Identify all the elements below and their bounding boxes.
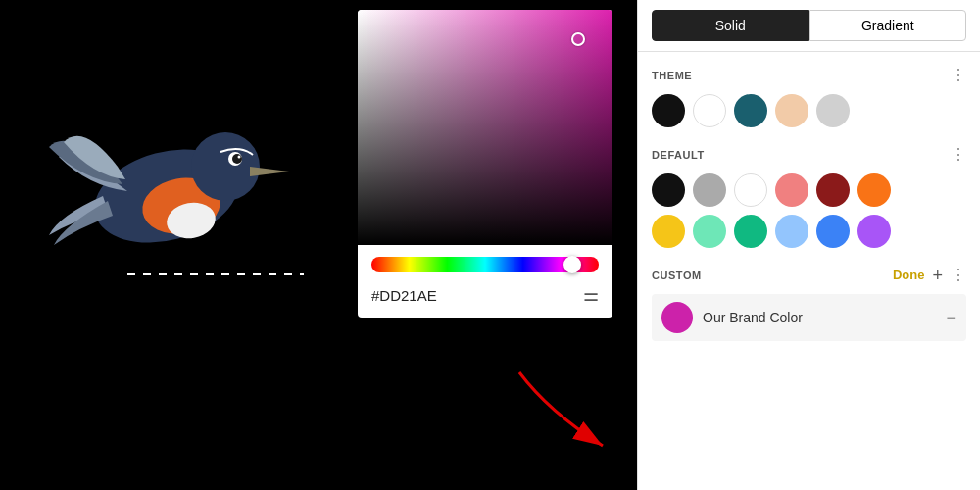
add-custom-button[interactable]: + xyxy=(932,267,943,284)
theme-header: THEME ⋮ xyxy=(652,66,966,84)
custom-more-icon[interactable]: ⋮ xyxy=(951,266,966,284)
theme-swatches xyxy=(652,94,966,127)
svg-point-3 xyxy=(191,132,260,201)
swatch-pink-default[interactable] xyxy=(775,173,808,207)
hue-slider-container xyxy=(358,245,612,276)
picker-cursor[interactable] xyxy=(571,32,585,46)
remove-custom-button[interactable]: − xyxy=(946,309,956,326)
panel-content: THEME ⋮ DEFAULT ⋮ xyxy=(638,52,980,490)
bird-illustration xyxy=(29,78,304,294)
left-panel: #DD21AE ⚌ xyxy=(0,0,637,490)
swatch-darkred-default[interactable] xyxy=(816,173,850,207)
default-swatches-row2 xyxy=(652,215,966,248)
svg-point-6 xyxy=(238,156,241,159)
swatch-black-theme[interactable] xyxy=(652,94,685,127)
gradient-button[interactable]: Gradient xyxy=(809,10,967,41)
custom-header: CUSTOM Done + ⋮ xyxy=(652,266,966,284)
swatch-white-default[interactable] xyxy=(734,173,767,207)
done-button[interactable]: Done xyxy=(893,268,925,282)
theme-title: THEME xyxy=(652,70,692,81)
swatch-white-theme[interactable] xyxy=(693,94,726,127)
custom-color-swatch[interactable] xyxy=(662,302,693,333)
theme-section: THEME ⋮ xyxy=(652,66,966,127)
hue-thumb[interactable] xyxy=(564,256,581,273)
theme-more-icon[interactable]: ⋮ xyxy=(951,66,966,84)
swatch-orange-default[interactable] xyxy=(858,173,891,207)
swatch-lightblue-default[interactable] xyxy=(775,215,808,248)
swatch-black-default[interactable] xyxy=(652,173,685,207)
swatch-lightgray-theme[interactable] xyxy=(816,94,850,127)
default-swatches-row1 xyxy=(652,173,966,207)
hex-row: #DD21AE ⚌ xyxy=(358,276,612,306)
right-panel: Solid Gradient THEME ⋮ DEFAULT ⋮ xyxy=(637,0,980,490)
swatch-teal-default[interactable] xyxy=(734,215,767,248)
swatch-mint-default[interactable] xyxy=(693,215,726,248)
custom-section: CUSTOM Done + ⋮ − xyxy=(652,266,966,341)
swatch-yellow-default[interactable] xyxy=(652,215,685,248)
swatch-teal-theme[interactable] xyxy=(734,94,767,127)
swatch-blue-default[interactable] xyxy=(816,215,850,248)
custom-color-name-input[interactable] xyxy=(703,310,936,325)
custom-actions: Done + ⋮ xyxy=(893,266,966,284)
hex-value: #DD21AE xyxy=(371,287,437,304)
swatch-peach-theme[interactable] xyxy=(775,94,808,127)
default-more-icon[interactable]: ⋮ xyxy=(951,145,966,164)
toggle-bar: Solid Gradient xyxy=(638,0,980,52)
custom-color-row: − xyxy=(652,294,966,341)
swatch-gray-default[interactable] xyxy=(693,173,726,207)
solid-button[interactable]: Solid xyxy=(652,10,809,41)
color-picker-popup: #DD21AE ⚌ xyxy=(358,10,612,318)
default-header: DEFAULT ⋮ xyxy=(652,145,966,164)
gradient-canvas[interactable] xyxy=(358,10,612,245)
hue-slider[interactable] xyxy=(371,257,599,272)
default-section: DEFAULT ⋮ xyxy=(652,145,966,248)
svg-point-5 xyxy=(232,154,242,164)
custom-title: CUSTOM xyxy=(652,270,702,281)
swatch-purple-default[interactable] xyxy=(858,215,891,248)
default-title: DEFAULT xyxy=(652,149,705,161)
settings-icon[interactable]: ⚌ xyxy=(583,284,599,306)
